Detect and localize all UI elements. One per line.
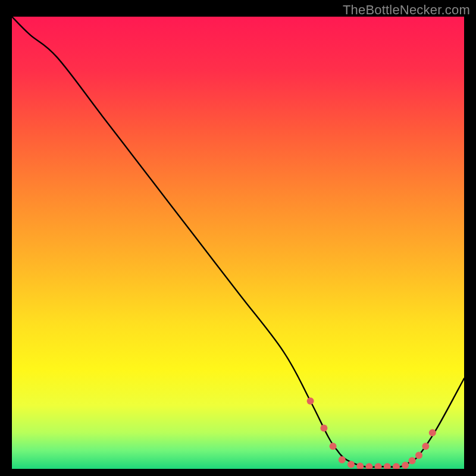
data-marker xyxy=(347,461,355,468)
chart-frame: TheBottleNecker.com xyxy=(0,0,476,476)
data-marker xyxy=(402,462,409,469)
chart-svg xyxy=(12,17,464,469)
plot-area xyxy=(12,17,464,469)
watermark-text: TheBottleNecker.com xyxy=(343,2,470,18)
data-marker xyxy=(415,452,422,459)
data-marker xyxy=(320,425,327,432)
data-marker xyxy=(307,397,314,405)
data-marker xyxy=(330,443,337,450)
data-marker xyxy=(339,456,346,464)
data-marker xyxy=(429,429,436,436)
data-marker xyxy=(422,443,429,450)
gradient-background xyxy=(12,17,464,469)
data-marker xyxy=(409,457,416,464)
